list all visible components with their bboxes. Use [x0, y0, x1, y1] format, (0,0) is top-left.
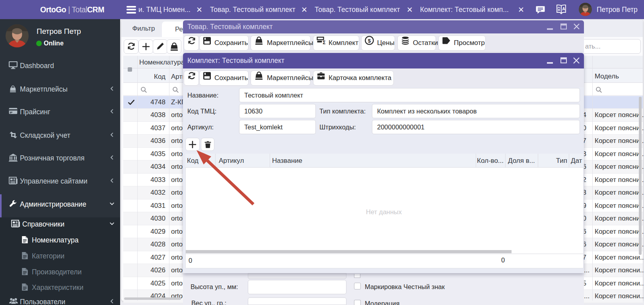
svg-text:$: $ — [368, 38, 371, 44]
svg-text:A: A — [562, 6, 565, 11]
svg-text:Σ: Σ — [323, 39, 325, 45]
